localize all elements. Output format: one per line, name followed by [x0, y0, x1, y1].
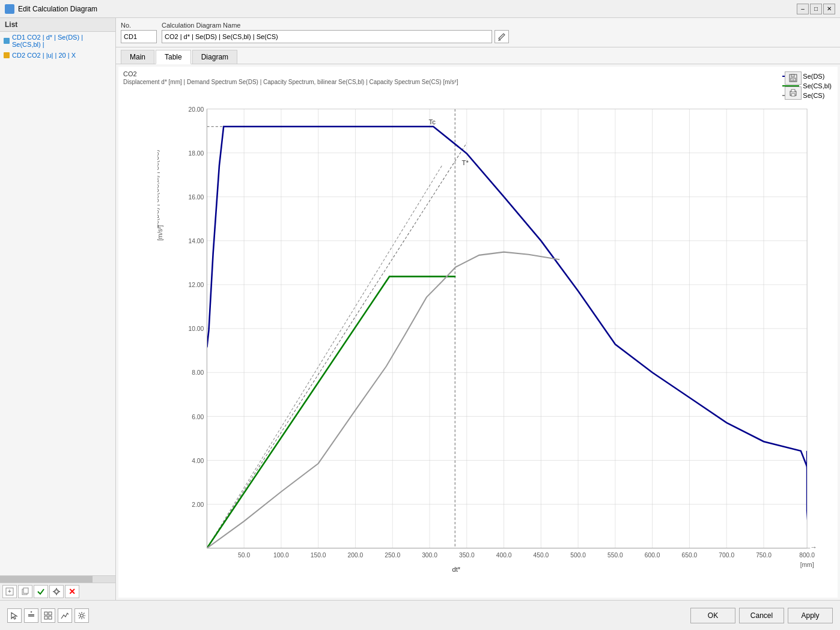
left-toolbar: + ✕ — [0, 583, 115, 600]
svg-rect-82 — [28, 616, 34, 617]
svg-text:400.0: 400.0 — [496, 552, 512, 559]
svg-text:700.0: 700.0 — [719, 552, 734, 559]
svg-text:14.00: 14.00 — [188, 238, 204, 244]
legend-label-DS: Se(DS) — [803, 73, 824, 80]
form-area: No. Calculation Diagram Name — [116, 18, 840, 47]
delete-icon: ✕ — [68, 587, 76, 596]
svg-text:4.00: 4.00 — [192, 458, 204, 464]
diagram-title: CO2 — [118, 67, 838, 79]
title-bar: Edit Calculation Diagram – □ ✕ — [0, 0, 840, 18]
chart-wrapper: Se(DS) | Se(CS,bl) | Se(CS) [m/s²] — [118, 97, 838, 598]
svg-text:10.00: 10.00 — [188, 326, 204, 332]
svg-rect-87 — [49, 616, 52, 619]
ok-button[interactable]: OK — [690, 608, 735, 623]
svg-text:750.0: 750.0 — [756, 552, 772, 559]
diagram-subtitle: Displacement d* [mm] | Demand Spectrum S… — [118, 79, 838, 88]
svg-rect-12 — [791, 74, 794, 77]
tabs-bar: Main Table Diagram — [116, 47, 840, 64]
svg-text:20.00: 20.00 — [188, 106, 204, 113]
copy-item-button[interactable] — [18, 585, 32, 598]
bottom-left-icons: • — [7, 608, 89, 623]
svg-text:50.0: 50.0 — [238, 552, 250, 559]
svg-text:+: + — [8, 588, 11, 595]
svg-text:250.0: 250.0 — [385, 552, 400, 559]
no-label: No. — [121, 22, 157, 29]
svg-text:500.0: 500.0 — [570, 552, 586, 559]
svg-rect-3 — [23, 588, 28, 593]
svg-text:150.0: 150.0 — [311, 552, 326, 559]
cursor-button[interactable] — [7, 608, 22, 623]
series-DS-drop — [807, 451, 810, 554]
svg-text:100.0: 100.0 — [273, 552, 289, 559]
settings-item-button[interactable] — [49, 585, 64, 598]
list-item-cd2[interactable]: CD2 CO2 | |u| | 20 | X — [0, 50, 115, 61]
bottom-right-actions: OK Cancel Apply — [690, 608, 833, 623]
svg-point-4 — [55, 590, 58, 593]
grid-button[interactable] — [41, 608, 55, 623]
settings-button[interactable]: • — [24, 608, 38, 623]
tstar-label: T* — [462, 159, 469, 166]
dtstar-label: dt* — [452, 566, 460, 573]
svg-text:2.00: 2.00 — [192, 501, 204, 508]
svg-text:350.0: 350.0 — [459, 552, 475, 559]
cd2-color-indicator — [4, 52, 10, 58]
close-button[interactable]: ✕ — [823, 4, 835, 14]
left-scrollbar[interactable] — [0, 575, 115, 583]
svg-rect-86 — [44, 616, 47, 619]
list-header: List — [0, 18, 115, 32]
chart-button[interactable] — [58, 608, 72, 623]
svg-rect-85 — [49, 612, 52, 615]
svg-text:650.0: 650.0 — [682, 552, 698, 559]
edit-name-button[interactable] — [495, 30, 509, 43]
svg-text:•: • — [30, 611, 32, 615]
right-panel: No. Calculation Diagram Name Main Table … — [116, 18, 840, 600]
chart-save-button[interactable] — [785, 71, 802, 85]
svg-text:200.0: 200.0 — [348, 552, 364, 559]
window-title: Edit Calculation Diagram — [18, 5, 97, 13]
svg-text:→: → — [810, 544, 817, 551]
svg-text:18.00: 18.00 — [188, 150, 204, 157]
svg-text:300.0: 300.0 — [422, 552, 437, 559]
apply-button[interactable]: Apply — [788, 608, 833, 623]
svg-rect-15 — [791, 94, 795, 96]
no-input[interactable] — [121, 30, 157, 43]
chart-toolbar — [785, 71, 802, 100]
svg-rect-14 — [791, 89, 795, 92]
bottom-bar: • OK Cancel Apply — [0, 600, 840, 630]
svg-text:[m/s²]: [m/s²] — [157, 225, 163, 241]
gear-button[interactable] — [75, 608, 89, 623]
tc-label: Tc — [429, 118, 436, 125]
check-item-button[interactable] — [34, 585, 48, 598]
tab-table[interactable]: Table — [156, 50, 191, 64]
name-label: Calculation Diagram Name — [162, 22, 835, 29]
cd1-label: CD1 CO2 | d* | Se(DS) | Se(CS,bl) | — [12, 34, 112, 48]
svg-text:12.00: 12.00 — [188, 282, 204, 288]
svg-text:450.0: 450.0 — [533, 552, 549, 559]
svg-text:550.0: 550.0 — [607, 552, 623, 559]
svg-text:Se(DS) | Se(CS,bl) | Se(CS): Se(DS) | Se(CS,bl) | Se(CS) — [157, 150, 160, 228]
tab-diagram[interactable]: Diagram — [192, 50, 237, 64]
add-item-button[interactable]: + — [2, 585, 17, 598]
maximize-button[interactable]: □ — [810, 4, 822, 14]
svg-rect-84 — [44, 612, 47, 615]
cd2-label: CD2 CO2 | |u| | 20 | X — [12, 52, 76, 59]
legend-label-CSbl: Se(CS,bl) — [803, 82, 832, 89]
svg-text:6.00: 6.00 — [192, 413, 204, 420]
app-icon — [5, 4, 14, 14]
svg-text:16.00: 16.00 — [188, 194, 204, 201]
svg-text:[mm]: [mm] — [800, 562, 814, 568]
cancel-button[interactable]: Cancel — [739, 608, 784, 623]
tab-main[interactable]: Main — [121, 50, 154, 64]
window-controls: – □ ✕ — [797, 4, 835, 14]
name-input[interactable] — [162, 30, 492, 43]
delete-item-button[interactable]: ✕ — [65, 585, 79, 598]
cd1-color-indicator — [4, 38, 10, 44]
svg-point-88 — [81, 614, 84, 617]
left-panel: List CD1 CO2 | d* | Se(DS) | Se(CS,bl) |… — [0, 18, 116, 600]
list-item-cd1[interactable]: CD1 CO2 | d* | Se(DS) | Se(CS,bl) | — [0, 32, 115, 50]
svg-text:800.0: 800.0 — [799, 552, 815, 559]
minimize-button[interactable]: – — [797, 4, 809, 14]
svg-text:8.00: 8.00 — [192, 369, 204, 376]
diagram-area: CO2 Displacement d* [mm] | Demand Spectr… — [118, 67, 838, 598]
chart-svg: Se(DS) | Se(CS,bl) | Se(CS) [m/s²] — [157, 103, 826, 580]
